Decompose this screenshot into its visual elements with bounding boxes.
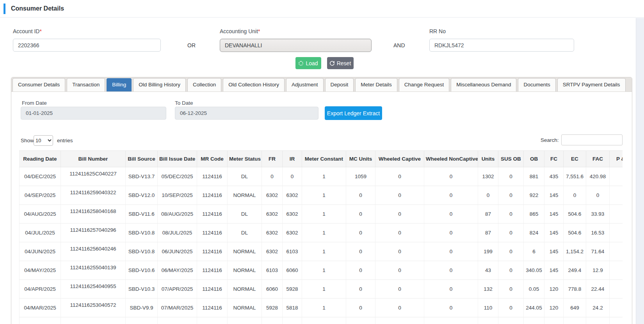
table-cell: 1 xyxy=(302,261,346,280)
tab-documents[interactable]: Documents xyxy=(518,78,555,91)
table-cell xyxy=(610,167,623,186)
rr-no-input[interactable] xyxy=(429,39,574,52)
table-cell: 04/MAR/2025 xyxy=(20,299,61,317)
table-cell: 5928 xyxy=(262,299,283,317)
table-cell: 420.98 xyxy=(586,167,610,186)
table-cell xyxy=(610,205,623,224)
load-button[interactable]: Load xyxy=(295,57,321,69)
column-header[interactable]: Bill Number xyxy=(61,151,126,167)
table-cell: 1124116 xyxy=(197,242,228,261)
table-cell: 1 xyxy=(302,242,346,261)
account-id-input[interactable] xyxy=(13,39,161,52)
page-size-select[interactable]: 10 xyxy=(34,135,53,146)
table-cell: 112411625C040227 xyxy=(61,167,126,186)
column-header[interactable]: Meter Status xyxy=(228,151,262,167)
table-cell: 0 xyxy=(346,224,375,242)
table-cell: 0 xyxy=(478,186,498,205)
tab-meter-details[interactable]: Meter Details xyxy=(355,78,397,91)
table-cell: 87 xyxy=(478,224,498,242)
table-cell: 6060 xyxy=(283,261,302,280)
table-cell: 0 xyxy=(498,299,524,317)
tab-deposit[interactable]: Deposit xyxy=(325,78,354,91)
table-cell: 0 xyxy=(498,280,524,299)
search-input[interactable] xyxy=(561,134,623,145)
tab-bar: Consumer DetailsTransactionBillingOld Bi… xyxy=(11,77,632,92)
tab-collection[interactable]: Collection xyxy=(187,78,221,91)
tab-old-collection-history[interactable]: Old Collection History xyxy=(223,78,285,91)
table-cell: 6302 xyxy=(262,186,283,205)
column-header[interactable]: FR xyxy=(262,151,283,167)
tab-billing[interactable]: Billing xyxy=(107,78,132,91)
table-header-row: Reading DateBill NumberBill SourceBill I… xyxy=(20,151,623,167)
from-date-input[interactable] xyxy=(21,107,166,120)
table-cell: DL xyxy=(228,205,262,224)
column-header[interactable]: FC xyxy=(544,151,564,167)
table-cell: 6302 xyxy=(283,186,302,205)
table-cell: 120 xyxy=(544,280,564,299)
column-header[interactable]: P & xyxy=(610,151,623,167)
table-cell: NORMAL xyxy=(228,261,262,280)
table-cell: 04/APR/2025 xyxy=(20,280,61,299)
column-header[interactable]: Bill Source xyxy=(126,151,158,167)
table-cell: 0 xyxy=(375,205,424,224)
table-cell: 7,551.6 xyxy=(564,167,586,186)
table-cell: 145 xyxy=(544,242,564,261)
table-cell: 244.05 xyxy=(524,299,544,317)
table-cell xyxy=(197,317,228,324)
table-clip: Reading DateBill NumberBill SourceBill I… xyxy=(19,150,623,324)
table-cell: 0.05 xyxy=(524,280,544,299)
column-header[interactable]: FAC xyxy=(586,151,610,167)
table-cell: 881 xyxy=(524,167,544,186)
page-scrollbar[interactable] xyxy=(636,18,644,324)
column-header[interactable]: IR xyxy=(283,151,302,167)
table-cell: 132 xyxy=(478,280,498,299)
column-header[interactable]: Wheeled Captive xyxy=(375,151,424,167)
table-cell: 6103 xyxy=(283,242,302,261)
table-cell: 1 xyxy=(302,186,346,205)
tab-srtpv-payment-details[interactable]: SRTPV Payment Details xyxy=(557,78,626,91)
column-header[interactable]: OB xyxy=(524,151,544,167)
table-cell: 0 xyxy=(375,224,424,242)
table-cell: 0 xyxy=(586,186,610,205)
table-cell: 87 xyxy=(478,205,498,224)
table-cell: 922 xyxy=(524,186,544,205)
table-row: 04/MAY/20251124116255040139SBD-V10.606/M… xyxy=(20,261,623,280)
table-cell: 0 xyxy=(498,261,524,280)
table-cell: 120 xyxy=(544,299,564,317)
table-cell xyxy=(498,317,524,324)
tab-miscellaneous-demand[interactable]: Miscellaneous Demand xyxy=(451,78,516,91)
export-ledger-button[interactable]: Export Ledger Extract xyxy=(325,106,382,120)
table-cell: 504.6 xyxy=(564,224,586,242)
table-cell: 1124116258040168 xyxy=(61,205,126,224)
column-header[interactable]: Wheeled NonCaptive xyxy=(424,151,478,167)
tab-old-billing-history[interactable]: Old Billing History xyxy=(133,78,186,91)
column-header[interactable]: Bill Issue Date xyxy=(158,151,197,167)
title-accent-bar xyxy=(4,4,5,14)
table-cell xyxy=(158,317,197,324)
table-cell: 04/AUG/2025 xyxy=(20,205,61,224)
table-cell xyxy=(610,242,623,261)
reset-button[interactable]: Reset xyxy=(327,57,354,69)
column-header[interactable]: Reading Date xyxy=(20,151,61,167)
accounting-unit-combobox[interactable]: DEVANAHALLI xyxy=(220,39,372,52)
table-cell: 0 xyxy=(498,224,524,242)
table-cell: 33.93 xyxy=(586,205,610,224)
table-cell: 08/JUL/2025 xyxy=(158,224,197,242)
table-cell: 778.8 xyxy=(564,280,586,299)
table-cell: 1 xyxy=(302,280,346,299)
column-header[interactable]: SUS OB xyxy=(498,151,524,167)
column-header[interactable]: Meter Constant xyxy=(302,151,346,167)
tab-adjustment[interactable]: Adjustment xyxy=(286,78,324,91)
to-date-input[interactable] xyxy=(175,107,318,120)
tab-consumer-details[interactable]: Consumer Details xyxy=(12,78,65,91)
table-cell xyxy=(610,280,623,299)
tab-transaction[interactable]: Transaction xyxy=(67,78,105,91)
column-header[interactable]: MR Code xyxy=(197,151,228,167)
column-header[interactable]: EC xyxy=(564,151,586,167)
column-header[interactable]: MC Units xyxy=(346,151,375,167)
column-header[interactable]: Units xyxy=(478,151,498,167)
table-cell: 1 xyxy=(302,205,346,224)
table-cell: 0 xyxy=(424,280,478,299)
tab-change-request[interactable]: Change Request xyxy=(399,78,449,91)
table-cell: 824 xyxy=(524,224,544,242)
